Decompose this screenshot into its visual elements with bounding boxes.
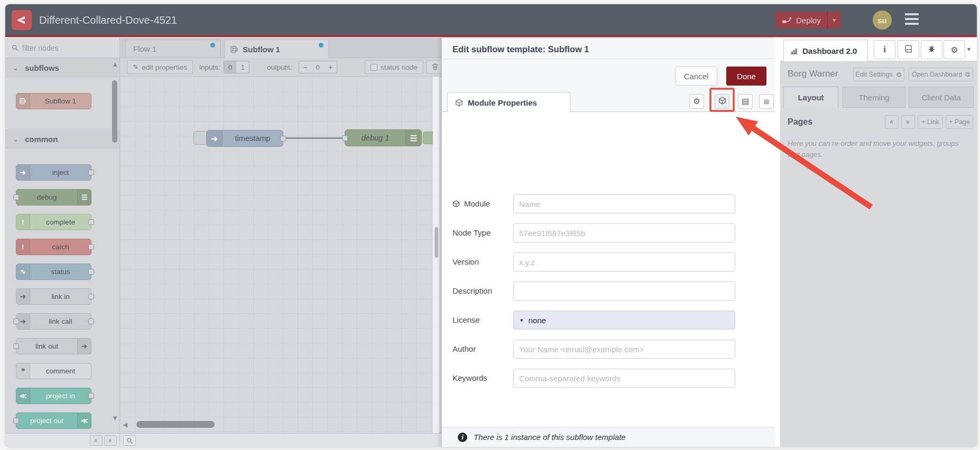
scroll-left-icon[interactable]: ◀: [123, 421, 127, 428]
info-tab-button[interactable]: i: [874, 40, 895, 59]
sidebar-menu-caret[interactable]: ▾: [967, 45, 970, 53]
output-port[interactable]: [88, 269, 94, 275]
scroll-down-icon[interactable]: ▼: [112, 414, 118, 422]
config-nodes-tab-button[interactable]: ⚙: [944, 40, 965, 59]
open-dashboard-button[interactable]: Open Dashboard ⧉: [909, 68, 973, 81]
edit-properties-button[interactable]: ✎ edit properties: [127, 60, 193, 74]
unsaved-changes-dot: [210, 43, 215, 48]
description-tab-button[interactable]: ▤: [738, 94, 753, 109]
output-port[interactable]: [280, 136, 286, 142]
header: Different-Collared-Dove-4521 Deploy ▾ su: [5, 4, 977, 37]
canvas-vscroll-track[interactable]: [433, 77, 439, 433]
cube-icon: [718, 97, 726, 106]
input-port[interactable]: [13, 318, 19, 324]
palette-node-complete[interactable]: !complete: [16, 214, 91, 230]
canvas-vscroll-thumb[interactable]: [434, 227, 438, 258]
node-type-input[interactable]: [513, 223, 735, 242]
outputs-plus-button[interactable]: +: [324, 61, 337, 73]
scroll-up-icon[interactable]: ▲: [112, 60, 118, 68]
palette-node-debug[interactable]: debug☰: [16, 189, 91, 205]
tab-module-properties[interactable]: Module Properties: [447, 92, 570, 112]
palette-node-comment[interactable]: ❝comment: [16, 363, 91, 379]
status-node-checkbox[interactable]: [371, 64, 377, 71]
tab-dashboard-2[interactable]: Dashboard 2.0: [783, 40, 868, 61]
inject-trigger-button[interactable]: [193, 131, 207, 145]
module-properties-tab-button[interactable]: [715, 94, 729, 109]
input-port[interactable]: [13, 343, 19, 349]
deploy-button[interactable]: Deploy ▾: [775, 12, 841, 29]
module-input[interactable]: [513, 194, 735, 213]
dialog-header: Edit subflow template: Subflow 1: [442, 38, 775, 59]
appearance-tab-button[interactable]: ⧈: [759, 94, 774, 109]
wire[interactable]: [283, 137, 346, 139]
debug-messages-tab-button[interactable]: [921, 40, 942, 59]
license-select[interactable]: ▾ none: [513, 311, 735, 330]
palette-search[interactable]: filter nodes: [5, 38, 119, 58]
palette-search-placeholder: filter nodes: [22, 44, 58, 52]
palette-node-catch[interactable]: !catch: [16, 239, 91, 255]
status-node-toggle[interactable]: status node: [365, 60, 423, 74]
chevron-down-icon: ⌄: [13, 135, 19, 143]
node-debug-1[interactable]: debug 1 ☰: [345, 129, 422, 146]
palette-category-subflows[interactable]: ⌄subflows: [5, 58, 119, 77]
sidebar-splitter[interactable]: [775, 38, 780, 447]
outputs-minus-button[interactable]: −: [299, 61, 312, 73]
done-button[interactable]: Done: [726, 67, 766, 86]
palette-node-status[interactable]: ∿status: [16, 264, 91, 280]
palette-node-link-call[interactable]: ➔link call: [16, 313, 91, 330]
palette-node-inject[interactable]: ➔inject: [16, 164, 91, 181]
collapse-all-button[interactable]: «: [90, 435, 103, 446]
node-timestamp[interactable]: ➔ timestamp: [206, 130, 283, 147]
palette-category-common[interactable]: ⌄common: [5, 129, 119, 148]
palette-node-link-out[interactable]: link out➔: [16, 338, 91, 354]
search-flows-button[interactable]: [123, 435, 136, 446]
user-avatar[interactable]: su: [873, 11, 892, 30]
tab-layout[interactable]: Layout: [783, 87, 838, 108]
subflow-toolbar: ✎ edit properties inputs: 0 1 outputs: −…: [120, 58, 441, 77]
move-down-button[interactable]: »: [901, 115, 915, 129]
add-page-button[interactable]: + Page: [946, 115, 973, 129]
appearance-icon: ⧈: [764, 97, 769, 106]
workspace-tabbar: Flow 1 Subflow 1: [120, 38, 441, 58]
output-port[interactable]: [88, 294, 94, 299]
inputs-0-button[interactable]: 0: [224, 61, 237, 73]
move-up-button[interactable]: «: [885, 115, 899, 129]
input-port[interactable]: [342, 135, 348, 141]
flowfuse-logo-icon[interactable]: [12, 10, 32, 30]
main-menu-button[interactable]: [905, 13, 919, 27]
output-port[interactable]: [88, 170, 94, 175]
flow-canvas[interactable]: ➔ timestamp debug 1 ☰: [120, 77, 441, 433]
canvas-hscroll: ◀: [120, 420, 441, 429]
expand-all-button[interactable]: »: [104, 435, 117, 446]
input-port[interactable]: [13, 194, 19, 200]
pencil-icon: ✎: [133, 63, 138, 71]
keywords-input[interactable]: [513, 369, 735, 388]
palette-node-project-out[interactable]: project out≪: [16, 412, 91, 429]
tab-subflow-1[interactable]: Subflow 1: [225, 40, 329, 59]
palette-node-link-in[interactable]: ➔link in: [16, 288, 91, 305]
help-tab-button[interactable]: [898, 40, 919, 59]
output-port[interactable]: [88, 219, 94, 225]
edit-settings-button[interactable]: Edit Settings ⚙: [853, 68, 904, 81]
output-port[interactable]: [88, 244, 94, 250]
tab-client-data[interactable]: Client Data: [909, 87, 974, 108]
cancel-button[interactable]: Cancel: [675, 67, 717, 86]
catch-icon: !: [16, 239, 30, 255]
input-port[interactable]: [13, 418, 19, 424]
tab-flow-1[interactable]: Flow 1: [125, 40, 220, 58]
palette-node-project-in[interactable]: ≪project in: [16, 388, 91, 404]
tab-theming[interactable]: Theming: [843, 87, 905, 108]
output-port[interactable]: [88, 318, 94, 324]
palette-scrollbar[interactable]: [112, 80, 117, 143]
canvas-hscroll-thumb[interactable]: [136, 421, 215, 428]
author-input[interactable]: [513, 340, 735, 359]
inputs-1-button[interactable]: 1: [236, 61, 249, 73]
version-input[interactable]: [513, 252, 735, 271]
add-link-button[interactable]: + Link: [918, 115, 943, 129]
delete-subflow-button[interactable]: [426, 60, 441, 74]
palette-node-subflow-1[interactable]: Subflow 1: [16, 93, 91, 109]
output-port[interactable]: [88, 393, 94, 399]
properties-tab-button[interactable]: ⚙: [689, 94, 704, 109]
description-input[interactable]: [513, 282, 735, 301]
deploy-options-caret[interactable]: ▾: [827, 12, 841, 29]
